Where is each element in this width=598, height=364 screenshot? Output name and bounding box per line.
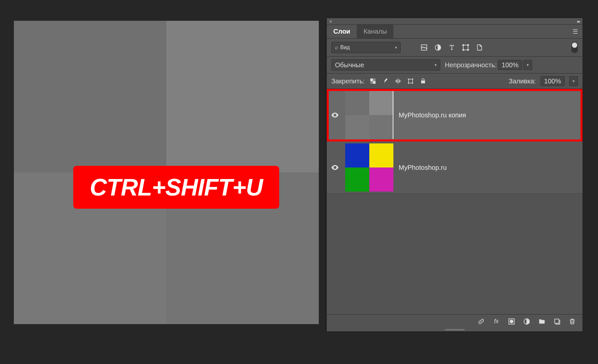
filter-row: ⌕ Вид ▾ <box>327 39 582 57</box>
collapse-icon[interactable]: ▸▸ <box>577 19 580 24</box>
shortcut-badge: CTRL+SHIFT+U <box>73 166 279 209</box>
tab-layers[interactable]: Слои <box>327 25 357 38</box>
fill-chevron[interactable]: ▾ <box>569 76 578 86</box>
layer-thumbnail[interactable] <box>345 143 393 192</box>
svg-point-6 <box>468 49 469 51</box>
panel-bottom-bar: fx <box>327 314 582 328</box>
panel-menu-icon[interactable]: ☰ <box>573 28 578 35</box>
svg-rect-8 <box>373 81 376 84</box>
svg-point-4 <box>468 45 469 46</box>
filter-kind-label: Вид <box>340 45 350 50</box>
filter-type-icon[interactable] <box>448 44 455 51</box>
lock-all-icon[interactable] <box>419 77 427 85</box>
layer-name[interactable]: MyPhotoshop.ru копия <box>399 111 466 119</box>
panel-tabs: Слои Каналы ☰ <box>327 25 582 39</box>
layer-row[interactable]: MyPhotoshop.ru копия <box>327 89 582 141</box>
chevron-down-icon: ▾ <box>395 45 397 50</box>
blend-mode-label: Обычные <box>335 61 364 69</box>
canvas-quad-tr <box>166 21 319 172</box>
svg-rect-11 <box>409 79 413 83</box>
layer-row[interactable]: MyPhotoshop.ru <box>327 141 582 194</box>
filter-adjust-icon[interactable] <box>434 44 442 51</box>
lock-icons <box>369 77 427 85</box>
svg-rect-2 <box>463 45 468 50</box>
svg-point-14 <box>510 320 513 323</box>
new-layer-icon[interactable] <box>553 318 561 325</box>
layer-thumbnail[interactable] <box>345 91 393 139</box>
trash-icon[interactable] <box>569 318 576 325</box>
panel-topbar: × ▸▸ <box>327 18 582 25</box>
svg-rect-10 <box>370 81 373 84</box>
svg-rect-7 <box>370 78 373 81</box>
canvas-quad-tl <box>14 21 166 172</box>
fill-label: Заливка: <box>509 77 536 85</box>
opacity-value[interactable]: 100% <box>498 60 522 70</box>
link-layers-icon[interactable] <box>478 318 485 325</box>
visibility-icon[interactable] <box>330 163 340 172</box>
layers-panel: × ▸▸ Слои Каналы ☰ ⌕ Вид ▾ Обычные ▾ Неп… <box>327 18 582 331</box>
opacity-label: Непрозрачность: <box>445 61 497 69</box>
lock-transparency-icon[interactable] <box>369 77 377 85</box>
svg-rect-9 <box>373 78 376 81</box>
lock-position-icon[interactable] <box>394 77 402 85</box>
lock-artboard-icon[interactable] <box>407 77 414 85</box>
svg-rect-16 <box>555 319 559 323</box>
blend-row: Обычные ▾ Непрозрачность: 100% ▾ <box>327 57 582 74</box>
layer-fx-icon[interactable]: fx <box>493 318 500 325</box>
blend-mode-dropdown[interactable]: Обычные ▾ <box>331 59 440 71</box>
visibility-icon[interactable] <box>330 111 340 119</box>
search-icon: ⌕ <box>335 45 338 50</box>
lock-paint-icon[interactable] <box>382 77 389 85</box>
filter-icons <box>420 44 483 51</box>
filter-pixel-icon[interactable] <box>420 44 428 51</box>
layer-name[interactable]: MyPhotoshop.ru <box>399 164 447 171</box>
opacity-chevron[interactable]: ▾ <box>523 60 532 70</box>
layer-mask-icon[interactable] <box>508 318 515 325</box>
fill-value[interactable]: 100% <box>541 76 565 86</box>
filter-toggle[interactable] <box>571 42 578 53</box>
lock-row: Закрепить: Заливка: 100% ▾ <box>327 74 582 89</box>
adjustment-layer-icon[interactable] <box>523 318 530 325</box>
chevron-down-icon: ▾ <box>435 63 437 67</box>
svg-rect-12 <box>421 80 425 83</box>
filter-smart-icon[interactable] <box>476 44 483 51</box>
group-icon[interactable] <box>538 318 546 325</box>
svg-point-5 <box>463 49 464 51</box>
lock-label: Закрепить: <box>331 77 365 85</box>
svg-point-3 <box>463 45 464 46</box>
tab-channels[interactable]: Каналы <box>357 25 393 38</box>
filter-kind-dropdown[interactable]: ⌕ Вид ▾ <box>331 42 401 53</box>
close-icon[interactable]: × <box>329 19 332 24</box>
canvas[interactable]: CTRL+SHIFT+U <box>14 21 319 324</box>
filter-shape-icon[interactable] <box>462 44 469 51</box>
layers-list: MyPhotoshop.ru копия MyPhotoshop.ru <box>327 89 582 314</box>
panel-resize-handle[interactable] <box>327 328 582 331</box>
